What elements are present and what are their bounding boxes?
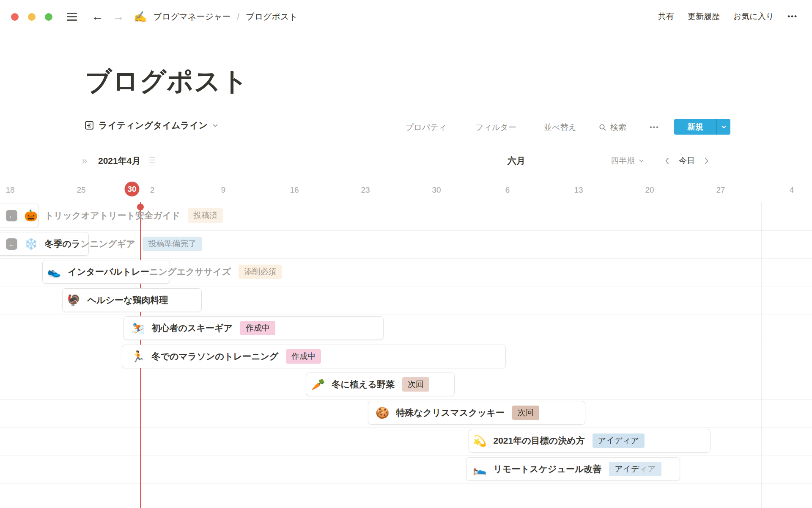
- date-tick: 23: [361, 185, 370, 195]
- timeline-body[interactable]: ← 🎃 トリックオアトリート安全ガイド 投稿済 ← ❄️ 冬季のランニングギア …: [0, 202, 812, 508]
- breadcrumb-separator: /: [237, 9, 239, 24]
- item-title-text: 初心者のスキーギア: [151, 323, 232, 333]
- status-badge: アイディア: [593, 433, 645, 448]
- today-navigation: 今日: [665, 155, 709, 167]
- breadcrumb: ✍️ ブログマネージャー / ブログポスト: [134, 9, 298, 24]
- prev-period-icon[interactable]: [665, 157, 669, 165]
- back-arrow-icon[interactable]: ←: [91, 9, 103, 24]
- date-tick: 30: [432, 185, 441, 195]
- date-tick: 4: [790, 185, 794, 195]
- more-options-icon[interactable]: •••: [787, 9, 798, 24]
- item-title-text: インターバルトレー: [68, 267, 149, 276]
- timeline-view-icon: [85, 121, 94, 130]
- filter-button[interactable]: フィルター: [475, 121, 516, 134]
- view-more-options-icon[interactable]: •••: [650, 121, 659, 134]
- item-title-text: 冬に植える野菜: [332, 379, 394, 389]
- status-badge-text: 投稿準備完了: [148, 238, 196, 249]
- search-button[interactable]: 検索: [599, 121, 626, 134]
- chevron-down-icon: [212, 124, 218, 127]
- date-tick: 6: [505, 185, 510, 195]
- month-menu-icon[interactable]: ☰: [149, 156, 155, 165]
- item-title: トリックオアトリート安全ガイド: [44, 210, 180, 221]
- status-badge: 次回: [402, 377, 429, 392]
- item-title: 冬でのマラソンのトレーニング: [151, 351, 278, 362]
- chevron-down-icon: [639, 159, 644, 163]
- row-separator: [0, 287, 812, 287]
- view-toolbar: ライティングタイムライン プロパティ フィルター 並べ替え 検索 ••• 新規: [0, 114, 812, 147]
- item-title-text: 2021年の目標の決め方: [493, 436, 584, 445]
- timeline-month-label-center: 六月: [508, 155, 525, 167]
- favorites-button[interactable]: お気に入り: [733, 9, 774, 24]
- timeline-row: 👟 インターバルトレーニングエクササイズ 添削必須: [0, 260, 812, 284]
- new-button-chevron-icon[interactable]: [717, 119, 730, 135]
- row-separator: [0, 371, 812, 371]
- item-emoji-icon: 🦃: [67, 295, 80, 306]
- timeline-row: 🏃 冬でのマラソンのトレーニング 作成中: [0, 345, 812, 368]
- date-tick: 9: [221, 185, 226, 195]
- search-icon: [599, 124, 606, 131]
- sort-button[interactable]: 並べ替え: [544, 121, 576, 134]
- view-selector[interactable]: ライティングタイムライン: [85, 119, 218, 131]
- share-button[interactable]: 共有: [658, 9, 674, 24]
- row-separator: [0, 456, 812, 456]
- item-title: リモートスケジュール改善: [493, 463, 601, 475]
- app-window: ← → ✍️ ブログマネージャー / ブログポスト 共有 更新履歴 お気に入り …: [0, 0, 812, 508]
- today-button[interactable]: 今日: [679, 155, 695, 167]
- timeline-header: » 2021年4月 ☰ 六月 四半期 今日 182530291623306132…: [0, 147, 812, 202]
- row-separator: [0, 399, 812, 400]
- item-title: ヘルシーな鶏肉料理: [87, 294, 168, 306]
- timeline-item-content: 👟 インターバルトレーニングエクササイズ 添削必須: [47, 260, 282, 284]
- item-title-text: 冬でのマラソンのトレーニング: [151, 351, 278, 361]
- status-badge-text: 作成中: [291, 351, 315, 362]
- item-emoji-icon: ❄️: [24, 238, 38, 249]
- forward-arrow-icon[interactable]: →: [112, 9, 124, 24]
- timeline-item-content: 🏃 冬でのマラソンのトレーニング 作成中: [131, 345, 321, 368]
- minimize-window-button[interactable]: [28, 13, 36, 21]
- timeline-scale-selector[interactable]: 四半期: [611, 155, 644, 167]
- status-badge: アイディア: [609, 462, 661, 476]
- timeline-item-content: ← 🎃 トリックオアトリート安全ガイド 投稿済: [6, 204, 223, 227]
- breadcrumb-page[interactable]: ブログポスト: [246, 9, 298, 24]
- today-date-badge: 30: [125, 182, 140, 196]
- scale-label: 四半期: [611, 155, 635, 167]
- row-separator: [0, 427, 812, 428]
- item-title-text: トリックオアトリート安全ガイド: [44, 210, 180, 220]
- date-tick: 16: [290, 185, 299, 195]
- timeline-row: ← ❄️ 冬季のランニングギア 投稿準備完了: [0, 232, 812, 256]
- sidebar-toggle-icon[interactable]: [67, 13, 77, 21]
- item-title-text: 冬季のラ: [44, 239, 80, 248]
- timeline-row: 🥕 冬に植える野菜 次回: [0, 373, 812, 396]
- item-title: 特殊なクリスマスクッキー: [396, 407, 504, 419]
- next-period-icon[interactable]: [704, 157, 709, 165]
- search-label: 検索: [610, 121, 626, 134]
- item-emoji-icon: 🎃: [24, 210, 38, 221]
- jump-to-item-button[interactable]: ←: [6, 210, 17, 221]
- zoom-window-button[interactable]: [45, 13, 52, 21]
- timeline-month-label-left: 2021年4月: [98, 155, 140, 167]
- properties-button[interactable]: プロパティ: [406, 121, 447, 134]
- jump-to-item-button[interactable]: ←: [6, 238, 17, 250]
- timeline-row: 🍪 特殊なクリスマスクッキー 次回: [0, 401, 812, 425]
- item-emoji-icon: 🛌: [473, 464, 486, 475]
- timeline-item-content: ← ❄️ 冬季のランニングギア 投稿準備完了: [6, 232, 202, 256]
- timeline-item-content: 🦃 ヘルシーな鶏肉料理: [67, 288, 168, 312]
- breadcrumb-app[interactable]: ブログマネージャー: [153, 9, 230, 24]
- jump-previous-icon[interactable]: »: [82, 155, 87, 167]
- new-button-label[interactable]: 新規: [674, 119, 716, 135]
- status-badge-text: 作成中: [246, 323, 270, 334]
- date-tick: 13: [574, 185, 583, 195]
- close-window-button[interactable]: [11, 13, 19, 21]
- item-emoji-icon: ⛷️: [131, 323, 145, 334]
- item-title: 冬に植える野菜: [332, 378, 394, 390]
- item-emoji-icon: 🍪: [376, 407, 389, 418]
- date-tick: 2: [150, 185, 155, 195]
- page-emoji-icon: ✍️: [134, 9, 147, 24]
- row-separator: [0, 315, 812, 315]
- new-button[interactable]: 新規: [674, 119, 730, 135]
- date-row: 1825302916233061320274: [0, 183, 812, 200]
- item-title: 初心者のスキーギア: [151, 322, 232, 334]
- date-tick: 25: [77, 185, 85, 195]
- item-emoji-icon: 🏃: [131, 351, 145, 362]
- updates-button[interactable]: 更新履歴: [688, 9, 720, 24]
- item-emoji-icon: 🥕: [311, 379, 325, 390]
